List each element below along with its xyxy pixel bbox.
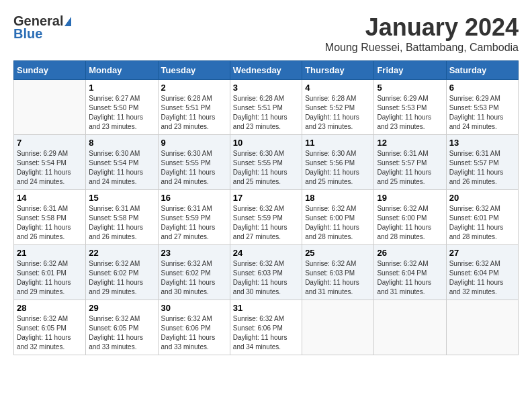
calendar-cell: 30Sunrise: 6:32 AM Sunset: 6:06 PM Dayli… bbox=[158, 300, 230, 355]
calendar-cell: 26Sunrise: 6:32 AM Sunset: 6:04 PM Dayli… bbox=[374, 245, 446, 300]
day-number: 26 bbox=[377, 248, 443, 258]
calendar-cell: 10Sunrise: 6:30 AM Sunset: 5:55 PM Dayli… bbox=[230, 135, 302, 190]
calendar-cell: 15Sunrise: 6:31 AM Sunset: 5:58 PM Dayli… bbox=[86, 190, 158, 245]
day-number: 8 bbox=[89, 138, 154, 148]
day-number: 11 bbox=[305, 138, 371, 148]
day-info: Sunrise: 6:32 AM Sunset: 6:04 PM Dayligh… bbox=[377, 259, 443, 297]
day-info: Sunrise: 6:31 AM Sunset: 5:58 PM Dayligh… bbox=[89, 204, 154, 242]
day-number: 3 bbox=[233, 83, 299, 93]
day-info: Sunrise: 6:32 AM Sunset: 6:03 PM Dayligh… bbox=[305, 259, 371, 297]
header-cell: Sunday bbox=[14, 61, 86, 80]
day-info: Sunrise: 6:30 AM Sunset: 5:54 PM Dayligh… bbox=[89, 149, 154, 187]
title-area: January 2024 Moung Ruessei, Battambang, … bbox=[325, 13, 519, 54]
day-info: Sunrise: 6:32 AM Sunset: 6:06 PM Dayligh… bbox=[161, 314, 227, 352]
day-number: 21 bbox=[17, 248, 83, 258]
day-number: 17 bbox=[233, 193, 299, 203]
day-number: 12 bbox=[377, 138, 443, 148]
day-info: Sunrise: 6:28 AM Sunset: 5:51 PM Dayligh… bbox=[233, 94, 299, 132]
calendar-cell: 17Sunrise: 6:32 AM Sunset: 5:59 PM Dayli… bbox=[230, 190, 302, 245]
day-info: Sunrise: 6:32 AM Sunset: 6:05 PM Dayligh… bbox=[17, 314, 83, 352]
day-number: 20 bbox=[449, 193, 515, 203]
calendar-cell: 8Sunrise: 6:30 AM Sunset: 5:54 PM Daylig… bbox=[86, 135, 158, 190]
day-info: Sunrise: 6:31 AM Sunset: 5:57 PM Dayligh… bbox=[449, 149, 515, 187]
calendar-table: SundayMondayTuesdayWednesdayThursdayFrid… bbox=[13, 60, 519, 355]
calendar-cell: 7Sunrise: 6:29 AM Sunset: 5:54 PM Daylig… bbox=[14, 135, 86, 190]
calendar-cell: 13Sunrise: 6:31 AM Sunset: 5:57 PM Dayli… bbox=[446, 135, 518, 190]
calendar-header: SundayMondayTuesdayWednesdayThursdayFrid… bbox=[14, 61, 519, 80]
day-info: Sunrise: 6:28 AM Sunset: 5:52 PM Dayligh… bbox=[305, 94, 371, 132]
day-number: 23 bbox=[161, 248, 227, 258]
day-info: Sunrise: 6:32 AM Sunset: 6:01 PM Dayligh… bbox=[449, 204, 515, 242]
day-number: 7 bbox=[17, 138, 83, 148]
calendar-cell: 11Sunrise: 6:30 AM Sunset: 5:56 PM Dayli… bbox=[302, 135, 374, 190]
day-number: 10 bbox=[233, 138, 299, 148]
day-info: Sunrise: 6:29 AM Sunset: 5:53 PM Dayligh… bbox=[449, 94, 515, 132]
logo-arrow bbox=[64, 17, 71, 26]
day-number: 6 bbox=[449, 83, 515, 93]
day-info: Sunrise: 6:29 AM Sunset: 5:53 PM Dayligh… bbox=[377, 94, 443, 132]
day-number: 22 bbox=[89, 248, 154, 258]
page-header: General Blue January 2024 Moung Ruessei,… bbox=[13, 13, 519, 54]
calendar-cell: 5Sunrise: 6:29 AM Sunset: 5:53 PM Daylig… bbox=[374, 80, 446, 135]
day-info: Sunrise: 6:32 AM Sunset: 6:04 PM Dayligh… bbox=[449, 259, 515, 297]
day-info: Sunrise: 6:32 AM Sunset: 6:00 PM Dayligh… bbox=[377, 204, 443, 242]
month-title: January 2024 bbox=[325, 13, 519, 42]
calendar-cell: 27Sunrise: 6:32 AM Sunset: 6:04 PM Dayli… bbox=[446, 245, 518, 300]
calendar-cell bbox=[302, 300, 374, 355]
day-info: Sunrise: 6:29 AM Sunset: 5:54 PM Dayligh… bbox=[17, 149, 83, 187]
day-number: 15 bbox=[89, 193, 154, 203]
calendar-week: 14Sunrise: 6:31 AM Sunset: 5:58 PM Dayli… bbox=[14, 190, 519, 245]
day-number: 14 bbox=[17, 193, 83, 203]
calendar-cell: 1Sunrise: 6:27 AM Sunset: 5:50 PM Daylig… bbox=[86, 80, 158, 135]
day-info: Sunrise: 6:32 AM Sunset: 6:02 PM Dayligh… bbox=[161, 259, 227, 297]
calendar-cell: 18Sunrise: 6:32 AM Sunset: 6:00 PM Dayli… bbox=[302, 190, 374, 245]
calendar-week: 1Sunrise: 6:27 AM Sunset: 5:50 PM Daylig… bbox=[14, 80, 519, 135]
calendar-week: 7Sunrise: 6:29 AM Sunset: 5:54 PM Daylig… bbox=[14, 135, 519, 190]
day-info: Sunrise: 6:32 AM Sunset: 6:02 PM Dayligh… bbox=[89, 259, 154, 297]
calendar-cell bbox=[446, 300, 518, 355]
day-info: Sunrise: 6:32 AM Sunset: 6:03 PM Dayligh… bbox=[233, 259, 299, 297]
calendar-cell: 31Sunrise: 6:32 AM Sunset: 6:06 PM Dayli… bbox=[230, 300, 302, 355]
logo-blue: Blue bbox=[13, 26, 42, 42]
calendar-cell: 21Sunrise: 6:32 AM Sunset: 6:01 PM Dayli… bbox=[14, 245, 86, 300]
calendar-cell: 16Sunrise: 6:31 AM Sunset: 5:59 PM Dayli… bbox=[158, 190, 230, 245]
header-cell: Friday bbox=[374, 61, 446, 80]
calendar-cell: 28Sunrise: 6:32 AM Sunset: 6:05 PM Dayli… bbox=[14, 300, 86, 355]
day-number: 18 bbox=[305, 193, 371, 203]
day-number: 29 bbox=[89, 303, 154, 313]
calendar-body: 1Sunrise: 6:27 AM Sunset: 5:50 PM Daylig… bbox=[14, 80, 519, 355]
day-number: 4 bbox=[305, 83, 371, 93]
day-info: Sunrise: 6:27 AM Sunset: 5:50 PM Dayligh… bbox=[89, 94, 154, 132]
calendar-cell: 14Sunrise: 6:31 AM Sunset: 5:58 PM Dayli… bbox=[14, 190, 86, 245]
calendar-cell: 22Sunrise: 6:32 AM Sunset: 6:02 PM Dayli… bbox=[86, 245, 158, 300]
day-info: Sunrise: 6:32 AM Sunset: 5:59 PM Dayligh… bbox=[233, 204, 299, 242]
day-number: 30 bbox=[161, 303, 227, 313]
day-info: Sunrise: 6:28 AM Sunset: 5:51 PM Dayligh… bbox=[161, 94, 227, 132]
day-number: 27 bbox=[449, 248, 515, 258]
calendar-cell: 19Sunrise: 6:32 AM Sunset: 6:00 PM Dayli… bbox=[374, 190, 446, 245]
day-info: Sunrise: 6:32 AM Sunset: 6:06 PM Dayligh… bbox=[233, 314, 299, 352]
calendar-cell bbox=[374, 300, 446, 355]
day-number: 16 bbox=[161, 193, 227, 203]
calendar-cell: 24Sunrise: 6:32 AM Sunset: 6:03 PM Dayli… bbox=[230, 245, 302, 300]
location: Moung Ruessei, Battambang, Cambodia bbox=[325, 42, 519, 54]
header-cell: Saturday bbox=[446, 61, 518, 80]
calendar-cell: 29Sunrise: 6:32 AM Sunset: 6:05 PM Dayli… bbox=[86, 300, 158, 355]
calendar-cell: 6Sunrise: 6:29 AM Sunset: 5:53 PM Daylig… bbox=[446, 80, 518, 135]
header-cell: Tuesday bbox=[158, 61, 230, 80]
header-row: SundayMondayTuesdayWednesdayThursdayFrid… bbox=[14, 61, 519, 80]
day-number: 9 bbox=[161, 138, 227, 148]
day-number: 28 bbox=[17, 303, 83, 313]
day-number: 2 bbox=[161, 83, 227, 93]
day-number: 25 bbox=[305, 248, 371, 258]
day-number: 31 bbox=[233, 303, 299, 313]
day-info: Sunrise: 6:30 AM Sunset: 5:56 PM Dayligh… bbox=[305, 149, 371, 187]
calendar-cell: 12Sunrise: 6:31 AM Sunset: 5:57 PM Dayli… bbox=[374, 135, 446, 190]
calendar-cell: 4Sunrise: 6:28 AM Sunset: 5:52 PM Daylig… bbox=[302, 80, 374, 135]
day-info: Sunrise: 6:32 AM Sunset: 6:05 PM Dayligh… bbox=[89, 314, 154, 352]
calendar-cell: 20Sunrise: 6:32 AM Sunset: 6:01 PM Dayli… bbox=[446, 190, 518, 245]
calendar-cell: 2Sunrise: 6:28 AM Sunset: 5:51 PM Daylig… bbox=[158, 80, 230, 135]
calendar-week: 21Sunrise: 6:32 AM Sunset: 6:01 PM Dayli… bbox=[14, 245, 519, 300]
calendar-cell: 25Sunrise: 6:32 AM Sunset: 6:03 PM Dayli… bbox=[302, 245, 374, 300]
day-info: Sunrise: 6:32 AM Sunset: 6:01 PM Dayligh… bbox=[17, 259, 83, 297]
